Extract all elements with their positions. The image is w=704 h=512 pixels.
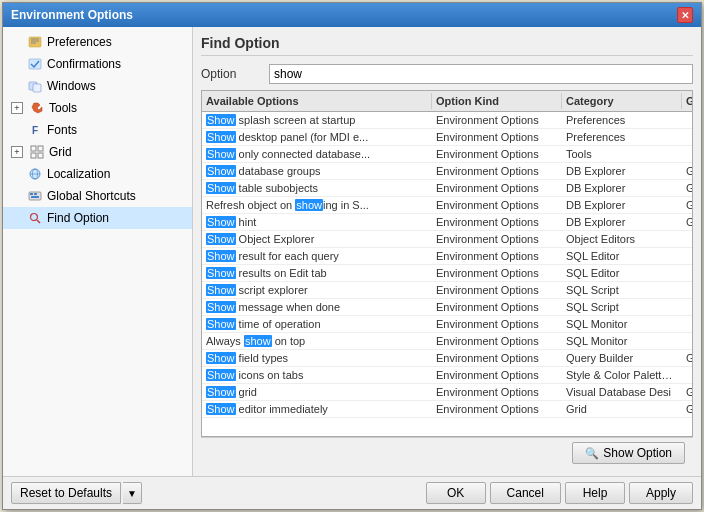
cell-kind: Environment Options: [432, 112, 562, 128]
table-row[interactable]: Show results on Edit tab Environment Opt…: [202, 265, 692, 282]
sidebar-item-find-option[interactable]: Find Option: [3, 207, 192, 229]
cell-kind: Environment Options: [432, 282, 562, 298]
panel-title: Find Option: [201, 35, 693, 56]
svg-point-18: [31, 214, 38, 221]
col-category: Category: [562, 93, 682, 109]
cell-category: Preferences: [562, 112, 682, 128]
cell-group: General options: [682, 180, 692, 196]
cell-option: Show splash screen at startup: [202, 112, 432, 128]
sidebar-item-localization[interactable]: Localization: [3, 163, 192, 185]
table-row[interactable]: Show editor immediately Environment Opti…: [202, 401, 692, 418]
table-row[interactable]: Show only connected database... Environm…: [202, 146, 692, 163]
global-shortcuts-label: Global Shortcuts: [47, 189, 136, 203]
col-option-kind: Option Kind: [432, 93, 562, 109]
cell-option: Show time of operation: [202, 316, 432, 332]
cell-group: [682, 367, 692, 383]
confirmations-label: Confirmations: [47, 57, 121, 71]
table-row[interactable]: Show splash screen at startup Environmen…: [202, 112, 692, 129]
table-row[interactable]: Show icons on tabs Environment Options S…: [202, 367, 692, 384]
cancel-button[interactable]: Cancel: [490, 482, 561, 504]
cell-group: [682, 333, 692, 349]
table-row[interactable]: Show time of operation Environment Optio…: [202, 316, 692, 333]
table-row[interactable]: Show Object Explorer Environment Options…: [202, 231, 692, 248]
table-row[interactable]: Show database groups Environment Options…: [202, 163, 692, 180]
cell-option: Show results on Edit tab: [202, 265, 432, 281]
cell-category: Grid: [562, 401, 682, 417]
table-row[interactable]: Show message when done Environment Optio…: [202, 299, 692, 316]
cell-group: [682, 265, 692, 281]
cell-category: SQL Script: [562, 282, 682, 298]
table-row[interactable]: Show field types Environment Options Que…: [202, 350, 692, 367]
cell-kind: Environment Options: [432, 316, 562, 332]
reset-dropdown-arrow[interactable]: ▼: [123, 482, 142, 504]
preferences-icon: [27, 34, 43, 50]
tools-expand-icon[interactable]: +: [11, 102, 23, 114]
close-button[interactable]: ✕: [677, 7, 693, 23]
sidebar-item-grid[interactable]: + Grid: [3, 141, 192, 163]
cell-kind: Environment Options: [432, 299, 562, 315]
table-row[interactable]: Show result for each query Environment O…: [202, 248, 692, 265]
sidebar-item-fonts[interactable]: F Fonts: [3, 119, 192, 141]
cell-category: Object Editors: [562, 231, 682, 247]
cell-option: Show table subobjects: [202, 180, 432, 196]
cell-group: [682, 299, 692, 315]
grid-expand-icon[interactable]: +: [11, 146, 23, 158]
sidebar: Preferences Confirmations Windows +: [3, 27, 193, 476]
localization-label: Localization: [47, 167, 110, 181]
help-button[interactable]: Help: [565, 482, 625, 504]
cell-group: General options: [682, 214, 692, 230]
show-option-button[interactable]: 🔍 Show Option: [572, 442, 685, 464]
window-title: Environment Options: [11, 8, 133, 22]
cell-category: Visual Database Desi: [562, 384, 682, 400]
ok-button[interactable]: OK: [426, 482, 486, 504]
table-row[interactable]: Always show on top Environment Options S…: [202, 333, 692, 350]
sidebar-item-global-shortcuts[interactable]: Global Shortcuts: [3, 185, 192, 207]
svg-rect-4: [29, 59, 41, 69]
cell-category: SQL Script: [562, 299, 682, 315]
apply-button[interactable]: Apply: [629, 482, 693, 504]
cell-group: Grid options: [682, 384, 692, 400]
sidebar-item-confirmations[interactable]: Confirmations: [3, 53, 192, 75]
cell-group: General options: [682, 197, 692, 213]
show-option-bar: 🔍 Show Option: [201, 437, 693, 468]
table-row[interactable]: Show desktop panel (for MDI e... Environ…: [202, 129, 692, 146]
cell-kind: Environment Options: [432, 333, 562, 349]
sidebar-item-tools[interactable]: + Tools: [3, 97, 192, 119]
cell-category: SQL Editor: [562, 248, 682, 264]
cell-kind: Environment Options: [432, 163, 562, 179]
fonts-icon: F: [27, 122, 43, 138]
title-bar: Environment Options ✕: [3, 3, 701, 27]
table-row[interactable]: Show hint Environment Options DB Explore…: [202, 214, 692, 231]
cell-group: General options: [682, 163, 692, 179]
sidebar-item-preferences[interactable]: Preferences: [3, 31, 192, 53]
grid-label: Grid: [49, 145, 72, 159]
tools-label: Tools: [49, 101, 77, 115]
svg-rect-8: [38, 146, 43, 151]
cell-category: Style & Color Palette Style: [562, 367, 682, 383]
cell-kind: Environment Options: [432, 146, 562, 162]
table-row[interactable]: Show script explorer Environment Options…: [202, 282, 692, 299]
option-label: Option: [201, 67, 261, 81]
sidebar-item-windows[interactable]: Windows: [3, 75, 192, 97]
cell-category: Preferences: [562, 129, 682, 145]
footer: Reset to Defaults ▼ OK Cancel Help Apply: [3, 476, 701, 509]
svg-rect-7: [31, 146, 36, 151]
table-row[interactable]: Show grid Environment Options Visual Dat…: [202, 384, 692, 401]
option-input[interactable]: [269, 64, 693, 84]
cell-option: Show Object Explorer: [202, 231, 432, 247]
cell-option: Show result for each query: [202, 248, 432, 264]
main-panel: Find Option Option Available Options Opt…: [193, 27, 701, 476]
col-group: Group: [682, 93, 693, 109]
cell-kind: Environment Options: [432, 180, 562, 196]
cell-category: Tools: [562, 146, 682, 162]
table-body: Show splash screen at startup Environmen…: [202, 112, 692, 436]
cell-group: General options: [682, 401, 692, 417]
table-row[interactable]: Refresh object on showing in S... Enviro…: [202, 197, 692, 214]
reset-to-defaults-button[interactable]: Reset to Defaults: [11, 482, 121, 504]
cell-group: [682, 316, 692, 332]
cell-option: Show editor immediately: [202, 401, 432, 417]
table-row[interactable]: Show table subobjects Environment Option…: [202, 180, 692, 197]
cell-option: Show icons on tabs: [202, 367, 432, 383]
cell-kind: Environment Options: [432, 214, 562, 230]
windows-icon: [27, 78, 43, 94]
